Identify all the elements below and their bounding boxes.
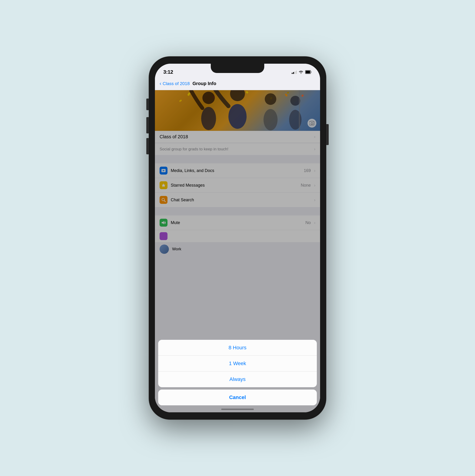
action-sheet-cancel[interactable]: Cancel	[158, 390, 317, 405]
option-8hours-button[interactable]: 8 Hours	[158, 340, 317, 356]
silent-button	[146, 99, 149, 110]
content-area: Class of 2018 › Social group for grads t…	[155, 90, 320, 412]
svg-rect-1	[311, 71, 311, 73]
phone-screen: 3:12	[155, 64, 320, 412]
cancel-label: Cancel	[229, 394, 246, 400]
wifi-icon	[299, 70, 303, 74]
action-sheet-main: 8 Hours 1 Week Always	[158, 340, 317, 387]
phone-outer: 3:12	[149, 57, 326, 419]
option-always-button[interactable]: Always	[158, 371, 317, 387]
home-indicator	[221, 408, 254, 410]
svg-rect-2	[306, 71, 310, 73]
volume-down-button	[146, 138, 149, 154]
volume-up-button	[146, 117, 149, 133]
status-icons	[292, 70, 312, 74]
action-sheet-container: 8 Hours 1 Week Always Cancel	[155, 340, 320, 412]
option-8hours-label: 8 Hours	[228, 345, 246, 351]
status-time: 3:12	[163, 69, 173, 75]
signal-icon	[292, 70, 297, 74]
notch	[211, 64, 264, 73]
back-button[interactable]: ‹ Class of 2018	[160, 81, 190, 87]
back-arrow-icon: ‹	[160, 81, 161, 87]
back-label: Class of 2018	[163, 81, 190, 86]
option-1week-label: 1 Week	[229, 360, 246, 367]
nav-bar: ‹ Class of 2018 Group Info	[155, 77, 320, 90]
power-button	[326, 124, 329, 145]
option-1week-button[interactable]: 1 Week	[158, 356, 317, 371]
battery-icon	[305, 70, 312, 74]
option-always-label: Always	[229, 376, 246, 382]
nav-title: Group Info	[193, 81, 216, 86]
